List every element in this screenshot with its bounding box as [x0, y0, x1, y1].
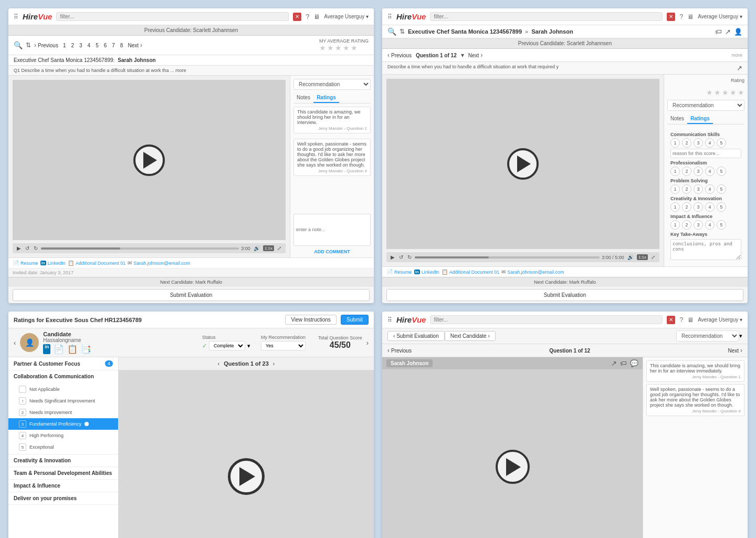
submit-eval-btn-2[interactable]: Submit Evaluation — [386, 289, 743, 301]
star-1[interactable]: ★ — [319, 44, 326, 52]
sidebar-header-creativity[interactable]: Creativity & Innovation — [8, 454, 118, 467]
p4-video-container[interactable] — [382, 369, 643, 538]
comment-icon-4[interactable]: 💬 — [630, 359, 638, 367]
sidebar-header-impact[interactable]: Impact & Influence — [8, 480, 118, 492]
add-comment-input-1[interactable] — [293, 214, 371, 246]
rewind-ctrl-1[interactable]: ↺ — [24, 245, 30, 251]
prev-btn-1[interactable]: › Previous — [34, 42, 58, 49]
play-ctrl-2[interactable]: ▶ — [390, 254, 396, 260]
next-candidate-btn-4[interactable]: Next Candidate › — [445, 331, 496, 341]
sidebar-item-fp[interactable]: 3 Fundamental Proficiency — [8, 418, 118, 430]
filter-input-1[interactable] — [56, 12, 289, 21]
prof-1[interactable]: 1 — [670, 167, 680, 176]
next-q-btn-3[interactable]: › — [273, 361, 275, 367]
user-menu-4[interactable]: Average Userguy ▾ — [698, 317, 742, 323]
notes-tab-2[interactable]: Notes — [667, 114, 687, 124]
bookmark-icon-2[interactable]: 🏷 — [715, 28, 722, 36]
filter-input-2[interactable] — [430, 12, 663, 21]
filter-input-4[interactable] — [430, 315, 663, 324]
comm-1[interactable]: 1 — [670, 138, 680, 148]
doc-icon-p3-3[interactable]: 📑 — [81, 344, 91, 354]
star-r2[interactable]: ★ — [714, 88, 721, 97]
star-5[interactable]: ★ — [351, 44, 358, 52]
imp-1[interactable]: 1 — [670, 220, 680, 230]
forward-ctrl-1[interactable]: ↻ — [33, 245, 39, 251]
prof-3[interactable]: 3 — [694, 167, 703, 176]
recommendation-select-1[interactable]: Recommendation — [293, 79, 371, 90]
sidebar-item-hp[interactable]: 4 High Performing — [8, 430, 118, 441]
prof-4[interactable]: 4 — [705, 167, 715, 176]
close-btn-1[interactable]: ✕ — [293, 13, 301, 21]
sidebar-header-collab[interactable]: Collaboration & Communication — [8, 370, 118, 382]
star-4[interactable]: ★ — [343, 44, 350, 52]
ratings-tab-2[interactable]: Ratings — [687, 114, 713, 124]
imp-4[interactable]: 4 — [705, 220, 715, 230]
submit-eval-nav-btn-4[interactable]: ‹ Submit Evaluation — [387, 331, 445, 341]
comm-4[interactable]: 4 — [705, 138, 715, 148]
user-menu-1[interactable]: Average Userguy ▾ — [324, 14, 369, 19]
comm-2[interactable]: 2 — [682, 138, 691, 148]
sidebar-item-exc[interactable]: 5 Exceptional — [8, 441, 118, 453]
play-button-1[interactable] — [133, 144, 165, 176]
prev-btn-2[interactable]: ‹ Previous — [387, 51, 412, 59]
next-candidate-btn-3[interactable]: › — [366, 339, 369, 347]
video-container-2[interactable] — [386, 79, 659, 249]
recommendation-select-p3[interactable]: Yes — [261, 341, 306, 350]
cr-2[interactable]: 2 — [682, 202, 691, 212]
sidebar-item-ni[interactable]: 2 Needs Improvement — [8, 407, 118, 418]
expand-ctrl-1[interactable]: ⤢ — [276, 245, 282, 251]
star-3[interactable]: ★ — [335, 44, 342, 52]
play-button-4[interactable] — [496, 450, 530, 484]
prev-q-btn-3[interactable]: ‹ — [218, 361, 219, 367]
submit-eval-btn-1[interactable]: Submit Evaluation — [13, 289, 370, 301]
person-icon-2[interactable]: 👤 — [734, 28, 742, 36]
score-reason-input[interactable] — [670, 149, 741, 158]
linkedin-link-1[interactable]: LinkedIn — [48, 261, 66, 266]
close-btn-4[interactable]: ✕ — [667, 316, 675, 324]
sidebar-header-team[interactable]: Team & Personal Development Abilities — [8, 467, 118, 479]
prof-5[interactable]: 5 — [717, 167, 726, 176]
progress-bar-2[interactable] — [415, 256, 600, 258]
key-takeaways-input[interactable] — [670, 239, 741, 260]
additional-doc-link-1[interactable]: Additional Document 01 — [76, 261, 126, 266]
play-button-2[interactable] — [507, 148, 539, 180]
play-ctrl-1[interactable]: ▶ — [16, 245, 22, 251]
dropdown-icon-2[interactable]: ▾ — [461, 51, 464, 59]
prof-2[interactable]: 2 — [682, 167, 691, 176]
notes-tab-1[interactable]: Notes — [293, 93, 313, 103]
video-container-1[interactable] — [13, 80, 286, 240]
prev-q-btn-4[interactable]: ‹ Previous — [387, 347, 412, 354]
email-link-2[interactable]: Sarah.johnson@email.com — [507, 270, 564, 275]
doc-icon-p3-2[interactable]: 📋 — [67, 344, 78, 354]
sidebar-header-partner[interactable]: Partner & Customer Focus 4 — [8, 357, 118, 370]
cr-5[interactable]: 5 — [717, 202, 726, 212]
next-btn-1[interactable]: Next › — [128, 42, 142, 49]
ratings-tab-1[interactable]: Ratings — [313, 93, 339, 103]
comm-3[interactable]: 3 — [694, 138, 703, 148]
resume-link-1[interactable]: Resume — [20, 261, 38, 266]
comm-5[interactable]: 5 — [717, 138, 726, 148]
cr-4[interactable]: 4 — [705, 202, 715, 212]
next-q-btn-4[interactable]: Next › — [728, 347, 742, 354]
ps-2[interactable]: 2 — [682, 184, 691, 194]
progress-bar-1[interactable] — [41, 247, 239, 250]
ps-3[interactable]: 3 — [694, 184, 703, 194]
linkedin-link-2[interactable]: LinkedIn — [422, 270, 439, 275]
expand-ctrl-2[interactable]: ⤢ — [650, 254, 656, 260]
rewind-ctrl-2[interactable]: ↺ — [398, 254, 404, 260]
status-select-3[interactable]: Complete — [209, 341, 245, 350]
recommendation-select-4[interactable]: Recommendation — [676, 330, 739, 342]
ps-5[interactable]: 5 — [717, 184, 726, 194]
sidebar-item-nsi[interactable]: ! Needs Significant Improvement — [8, 395, 118, 407]
close-btn-2[interactable]: ✕ — [667, 13, 675, 21]
next-btn-2[interactable]: Next › — [468, 51, 483, 59]
ps-4[interactable]: 4 — [705, 184, 715, 194]
recommendation-select-2[interactable]: Recommendation — [667, 100, 744, 111]
add-comment-btn-1[interactable]: ADD COMMENT — [293, 249, 371, 254]
bookmark-icon-4[interactable]: 🏷 — [620, 359, 627, 367]
star-r1[interactable]: ★ — [706, 88, 713, 97]
play-button-3[interactable] — [228, 458, 265, 495]
star-r4[interactable]: ★ — [730, 88, 737, 97]
cr-3[interactable]: 3 — [694, 202, 703, 212]
user-menu-2[interactable]: Average Userguy ▾ — [698, 14, 742, 19]
